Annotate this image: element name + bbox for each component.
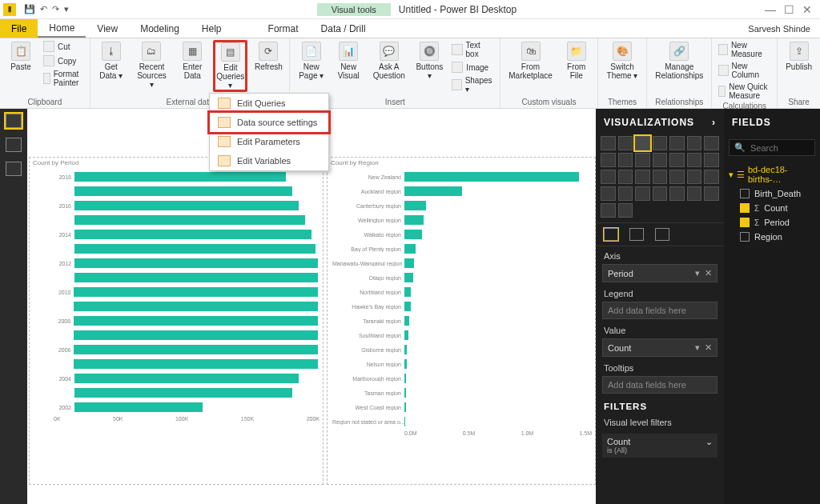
new-page-button[interactable]: 📄New Page ▾ [295,40,328,82]
bar[interactable] [74,388,292,398]
get-data-button[interactable]: ⭳Get Data ▾ [95,40,127,82]
close-button[interactable]: ✕ [802,3,812,16]
format-tab[interactable]: Format [257,19,310,38]
viz-type-100-bar[interactable] [669,136,685,150]
value-well[interactable]: Count▾✕ [602,338,718,357]
bar[interactable] [404,186,462,196]
report-view-button[interactable] [6,114,22,128]
viz-type-slicer[interactable] [653,186,668,201]
bar[interactable] [404,388,406,398]
bar[interactable] [404,359,407,369]
analytics-tab-icon[interactable] [655,228,669,241]
signed-in-user[interactable]: Sarvesh Shinde [738,19,820,38]
checkbox[interactable] [740,218,750,227]
data-view-button[interactable] [6,138,22,152]
viz-type-scatter[interactable] [704,153,719,167]
new-visual-button[interactable]: 📊New Visual [332,40,364,82]
bar[interactable] [404,273,413,282]
bar[interactable] [74,244,316,254]
field-birth_death[interactable]: Birth_Death [729,186,815,201]
bar[interactable] [404,345,407,354]
collapse-icon[interactable]: › [712,117,716,128]
shapes-button[interactable]: Shapes ▾ [450,75,495,94]
format-tab-icon[interactable] [629,228,644,241]
edit-queries-button[interactable]: ▤Edit Queries ▾ [213,40,247,92]
ask-question-button[interactable]: 💬Ask A Question [369,40,408,82]
bar[interactable] [404,287,411,297]
viz-type-multi-card[interactable] [618,186,633,201]
viz-type-clustered-bar[interactable] [635,136,650,150]
viz-type-area[interactable] [601,153,616,167]
textbox-button[interactable]: Text box [450,40,495,59]
new-quick-measure-button[interactable]: New Quick Measure [717,82,772,101]
checkbox[interactable] [740,189,750,198]
bar[interactable] [404,215,424,225]
bar[interactable] [404,244,416,254]
field-count[interactable]: ΣCount [729,201,815,215]
image-button[interactable]: Image [450,61,490,74]
viz-type-stacked-bar[interactable] [601,136,616,150]
field-region[interactable]: Region [729,230,815,244]
new-measure-button[interactable]: New Measure [717,40,772,59]
fields-search[interactable]: 🔍 [729,139,815,156]
bar[interactable] [404,417,405,426]
format-painter-button[interactable]: Format Painter [42,69,85,88]
filter-count[interactable]: Countis (All) ⌄ [602,434,718,458]
new-column-button[interactable]: New Column [717,61,772,80]
recent-sources-button[interactable]: 🗂Recent Sources ▾ [132,40,172,90]
bar[interactable] [404,316,409,326]
data-source-settings-item[interactable]: Data source settings [207,110,331,134]
save-icon[interactable]: 💾 [24,4,35,14]
viz-type-treemap[interactable] [635,170,650,184]
viz-type-r[interactable] [704,186,719,201]
edit-variables-item[interactable]: Edit Variables [210,151,328,170]
bar[interactable] [74,201,299,210]
viz-type-stacked-area[interactable] [618,153,633,167]
viz-type-import[interactable] [618,203,633,218]
viz-type-clustered-column[interactable] [653,136,668,150]
bar[interactable] [74,287,318,297]
publish-button[interactable]: ⇪Publish [782,40,815,73]
viz-type-donut[interactable] [618,170,633,184]
bar[interactable] [404,230,422,239]
undo-icon[interactable]: ↶ [40,4,47,14]
viz-type-line-stacked[interactable] [635,153,650,167]
bar[interactable] [74,330,318,340]
viz-type-table[interactable] [669,186,685,201]
bar[interactable] [74,402,203,412]
view-tab[interactable]: View [86,19,129,38]
viz-type-line-clustered[interactable] [653,153,668,167]
from-marketplace-button[interactable]: 🛍From Marketplace [505,40,555,82]
bar[interactable] [74,186,292,196]
viz-type-line[interactable] [704,136,719,150]
chevron-down-icon[interactable]: ⌄ [705,437,713,447]
redo-icon[interactable]: ↷ [52,4,59,14]
viz-type-stacked-column[interactable] [618,136,633,150]
viz-type-ribbon[interactable] [669,153,685,167]
bar[interactable] [74,316,318,326]
viz-type-matrix[interactable] [687,186,702,201]
search-input[interactable] [750,143,814,153]
bar[interactable] [404,201,426,210]
bar[interactable] [404,330,408,340]
viz-type-kpi[interactable] [635,186,650,201]
bar[interactable] [404,172,579,182]
fields-tab-icon[interactable] [604,228,618,241]
model-view-button[interactable] [6,162,22,176]
checkbox[interactable] [740,203,750,213]
remove-field-icon[interactable]: ✕ [705,268,712,278]
bar[interactable] [74,215,305,225]
from-file-button[interactable]: 📁From File [561,40,593,82]
visual-count-by-region[interactable]: Count by Region New ZealandAuckland regi… [327,157,596,485]
bar[interactable] [74,374,299,383]
home-tab[interactable]: Home [38,19,86,38]
chevron-down-icon[interactable]: ▾ [695,342,700,353]
table-node[interactable]: ▾☰bd-dec18-births-… [729,162,815,186]
manage-relationships-button[interactable]: 🔗Manage Relationships [652,40,706,82]
bar[interactable] [74,345,318,354]
data-drill-tab[interactable]: Data / Drill [310,19,377,38]
bar[interactable] [74,172,286,182]
paste-button[interactable]: 📋Paste [5,40,37,73]
visual-count-by-period[interactable]: Count by Period 201820162014201220102008… [29,157,324,485]
enter-data-button[interactable]: ▦Enter Data [176,40,208,82]
